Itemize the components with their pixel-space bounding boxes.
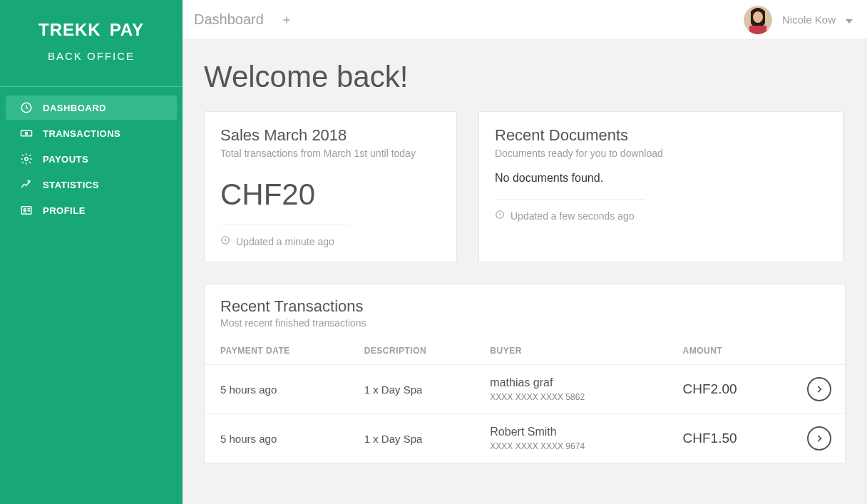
col-header-description: DESCRIPTION xyxy=(349,337,475,365)
sidebar-item-statistics[interactable]: STATISTICS xyxy=(6,173,177,197)
cell-date: 5 hours ago xyxy=(205,414,349,463)
documents-updated-text: Updated a few seconds ago xyxy=(511,210,635,222)
svg-rect-3 xyxy=(21,130,32,136)
cell-buyer: mathias graf XXXX XXXX XXXX 5862 xyxy=(474,365,667,414)
sidebar-item-dashboard[interactable]: DASHBOARD xyxy=(6,96,177,120)
documents-body: No documents found. xyxy=(495,172,827,185)
id-icon xyxy=(20,204,33,217)
cash-icon xyxy=(20,127,33,140)
col-header-action xyxy=(778,337,845,365)
user-menu[interactable]: Nicole Kow xyxy=(744,6,853,34)
content: Welcome back! Sales March 2018 Total tra… xyxy=(183,40,867,504)
sidebar: TREKK PAY BACK OFFICE DASHBOARD TRANSACT… xyxy=(0,0,183,504)
buyer-card: XXXX XXXX XXXX 9674 xyxy=(490,441,667,451)
sales-subtitle: Total transactions from March 1st until … xyxy=(220,148,441,159)
sales-title: Sales March 2018 xyxy=(220,126,441,145)
sidebar-item-label: STATISTICS xyxy=(43,180,99,190)
sales-value: CHF20 xyxy=(220,178,441,212)
clock-icon xyxy=(20,101,33,114)
breadcrumb[interactable]: Dashboard xyxy=(194,11,264,28)
view-transaction-button[interactable] xyxy=(807,377,831,401)
table-header-row: PAYMENT DATE DESCRIPTION BUYER AMOUNT xyxy=(205,337,845,365)
cell-description: 1 x Day Spa xyxy=(349,365,475,414)
documents-updated: Updated a few seconds ago xyxy=(495,199,645,222)
topbar: Dashboard Nicole Kow xyxy=(183,0,867,40)
sidebar-item-label: PROFILE xyxy=(43,205,86,216)
svg-point-5 xyxy=(25,158,29,161)
svg-point-4 xyxy=(26,133,28,135)
table-row: 5 hours ago 1 x Day Spa Robert Smith XXX… xyxy=(205,414,845,463)
sidebar-item-label: TRANSACTIONS xyxy=(43,128,120,139)
clock-icon xyxy=(220,235,230,247)
brand-name-b: PAY xyxy=(110,20,144,40)
avatar xyxy=(744,6,772,34)
sales-card: Sales March 2018 Total transactions from… xyxy=(204,111,457,262)
sidebar-item-label: PAYOUTS xyxy=(43,154,88,165)
sidebar-item-transactions[interactable]: TRANSACTIONS xyxy=(6,121,177,145)
col-header-buyer: BUYER xyxy=(474,337,667,365)
table-row: 5 hours ago 1 x Day Spa mathias graf XXX… xyxy=(205,365,845,414)
documents-subtitle: Documents ready for you to download xyxy=(495,148,827,159)
user-name: Nicole Kow xyxy=(782,14,836,26)
svg-point-7 xyxy=(24,209,26,211)
sales-updated-text: Updated a minute ago xyxy=(236,236,334,247)
sidebar-item-label: DASHBOARD xyxy=(43,103,106,113)
buyer-name: mathias graf xyxy=(490,376,667,389)
add-button[interactable] xyxy=(281,14,292,26)
col-header-date: PAYMENT DATE xyxy=(205,337,349,365)
page-title: Welcome back! xyxy=(204,60,846,94)
cell-amount: CHF1.50 xyxy=(667,414,779,463)
chevron-down-icon xyxy=(846,14,853,26)
sidebar-nav: DASHBOARD TRANSACTIONS PAYOUTS STATISTIC… xyxy=(0,86,183,224)
cell-description: 1 x Day Spa xyxy=(349,414,475,463)
sales-updated: Updated a minute ago xyxy=(220,225,349,247)
svg-rect-12 xyxy=(749,26,766,34)
transactions-title: Recent Transactions xyxy=(220,297,829,316)
transactions-table: PAYMENT DATE DESCRIPTION BUYER AMOUNT 5 … xyxy=(205,337,845,463)
brand-subtitle: BACK OFFICE xyxy=(14,50,168,62)
col-header-amount: AMOUNT xyxy=(667,337,779,365)
gear-icon xyxy=(20,153,33,165)
buyer-name: Robert Smith xyxy=(490,426,667,438)
sidebar-item-profile[interactable]: PROFILE xyxy=(6,198,177,222)
documents-card: Recent Documents Documents ready for you… xyxy=(478,111,843,262)
brand-name-a: TREKK xyxy=(39,20,101,40)
clock-icon xyxy=(495,210,505,222)
svg-point-11 xyxy=(753,11,763,23)
main: Dashboard Nicole Kow Welcome back! Sales… xyxy=(183,0,867,504)
chart-icon xyxy=(20,178,33,191)
brand-logo: TREKK PAY xyxy=(14,20,168,40)
summary-cards: Sales March 2018 Total transactions from… xyxy=(204,111,846,262)
topbar-left: Dashboard xyxy=(194,11,292,28)
cell-amount: CHF2.00 xyxy=(667,365,779,414)
cell-buyer: Robert Smith XXXX XXXX XXXX 9674 xyxy=(474,414,667,463)
transactions-subtitle: Most recent finished transactions xyxy=(220,317,829,329)
brand: TREKK PAY BACK OFFICE xyxy=(0,0,183,71)
cell-action xyxy=(778,365,845,414)
buyer-card: XXXX XXXX XXXX 5862 xyxy=(490,392,667,402)
view-transaction-button[interactable] xyxy=(807,426,831,451)
cell-date: 5 hours ago xyxy=(205,365,349,414)
transactions-header: Recent Transactions Most recent finished… xyxy=(205,284,845,337)
cell-action xyxy=(778,414,845,463)
transactions-card: Recent Transactions Most recent finished… xyxy=(204,284,846,463)
documents-title: Recent Documents xyxy=(495,126,827,145)
sidebar-item-payouts[interactable]: PAYOUTS xyxy=(6,147,177,171)
